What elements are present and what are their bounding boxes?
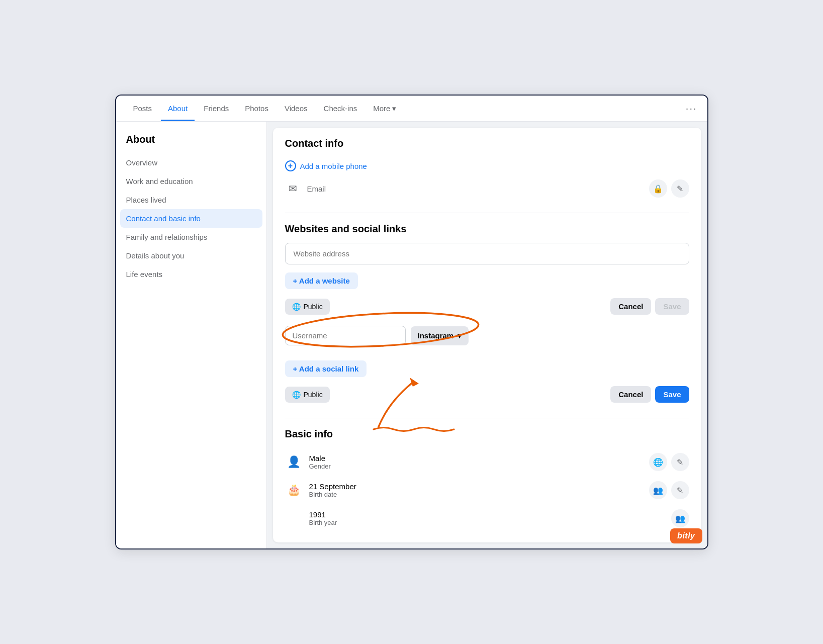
contact-info-title: Contact info [285,138,689,149]
birth-date-row: 🎂 21 September Birth date 👥 ✎ [285,476,689,504]
email-actions: 🔒 ✎ [649,179,689,198]
sidebar-item-places[interactable]: Places lived [120,191,262,209]
sidebar-item-family[interactable]: Family and relationships [120,228,262,246]
website-address-input[interactable] [285,243,689,264]
save-button-disabled[interactable]: Save [655,298,689,315]
tab-checkins[interactable]: Check-ins [317,97,364,121]
gender-actions: 🌐 ✎ [649,453,689,471]
social-link-section: Instagram ▾ [285,320,689,351]
birth-year-privacy-icon[interactable]: 👥 [671,509,689,527]
bitly-badge: bitly [670,528,702,543]
gender-privacy-icon[interactable]: 🌐 [649,453,667,471]
gender-label: Gender [309,463,331,470]
platform-label: Instagram [418,331,454,340]
public-dropdown-button-2[interactable]: Public [285,387,330,403]
username-input[interactable] [285,326,406,345]
email-icon: ✉ [285,180,301,197]
sidebar-item-work[interactable]: Work and education [120,172,262,191]
birth-date-label: Birth date [309,491,356,498]
tab-friends[interactable]: Friends [197,97,236,121]
platform-arrow-icon: ▾ [458,331,462,340]
public-label-2: Public [304,391,323,399]
email-row: ✉ Email 🔒 ✎ [285,174,689,203]
add-social-link-button[interactable]: + Add a social link [285,360,367,377]
birth-date-actions: 👥 ✎ [649,481,689,499]
sidebar-item-overview[interactable]: Overview [120,153,262,172]
edit-gender-button[interactable]: ✎ [671,453,689,471]
add-mobile-label: Add a mobile phone [300,162,367,170]
globe-icon [292,303,301,311]
social-row: Instagram ▾ [285,326,689,345]
content-area: Contact info + Add a mobile phone ✉ Emai… [273,128,701,542]
add-website-button[interactable]: + Add a website [285,272,358,289]
tab-posts[interactable]: Posts [126,97,159,121]
nav-bar: Posts About Friends Photos Videos Check-… [116,96,707,122]
birthday-icon: 🎂 [285,481,303,499]
cancel-button-1[interactable]: Cancel [610,298,651,315]
birth-year-row: 👤 1991 Birth year 👥 [285,504,689,532]
birth-date-privacy-icon[interactable]: 👥 [649,481,667,499]
birth-date-value: 21 September [309,482,356,491]
save-button-2[interactable]: Save [655,386,689,403]
add-mobile-phone-link[interactable]: + Add a mobile phone [285,157,689,174]
sidebar: About Overview Work and education Places… [116,122,267,548]
platform-select-button[interactable]: Instagram ▾ [411,326,469,345]
action-row-websites: Public Cancel Save [285,293,689,320]
lock-icon[interactable]: 🔒 [649,179,667,198]
gender-value: Male [309,454,331,463]
action-row-social: Public Cancel Save [285,381,689,408]
websites-title: Websites and social links [285,223,689,235]
basic-info-title: Basic info [285,428,689,440]
tab-more[interactable]: More ▾ [366,97,403,120]
birth-year-label: Birth year [309,519,337,526]
cancel-button-2[interactable]: Cancel [610,386,651,403]
public-label-1: Public [304,303,323,311]
edit-birth-date-button[interactable]: ✎ [671,481,689,499]
gender-row: 👤 Male Gender 🌐 ✎ [285,448,689,476]
birth-year-actions: 👥 [671,509,689,527]
tab-about[interactable]: About [161,97,195,121]
birth-year-value: 1991 [309,510,337,519]
website-input-wrapper [285,243,689,264]
sidebar-title: About [120,130,262,149]
sidebar-item-contact[interactable]: Contact and basic info [120,209,262,228]
main-content: About Overview Work and education Places… [116,122,707,548]
edit-email-button[interactable]: ✎ [671,179,689,198]
public-dropdown-button[interactable]: Public [285,299,330,315]
globe-icon-2 [292,391,301,399]
tab-videos[interactable]: Videos [278,97,315,121]
email-label: Email [307,185,326,193]
tab-photos[interactable]: Photos [238,97,276,121]
person-icon: 👤 [285,453,303,471]
sidebar-item-details[interactable]: Details about you [120,246,262,265]
sidebar-item-life-events[interactable]: Life events [120,265,262,284]
add-circle-icon: + [285,160,296,171]
nav-dots-button[interactable]: ··· [686,103,697,114]
divider-2 [285,418,689,418]
divider-1 [285,213,689,213]
